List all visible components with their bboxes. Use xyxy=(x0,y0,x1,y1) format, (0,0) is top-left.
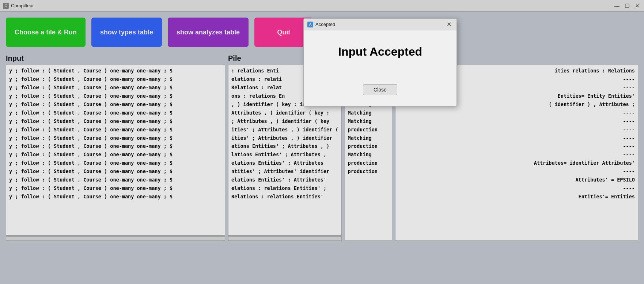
modal-close-action-button[interactable]: Close xyxy=(363,84,397,95)
modal-dialog: A Accepted ✕ Input Accepted Close xyxy=(303,18,457,106)
modal-body: Input Accepted xyxy=(304,30,457,84)
modal-header-title-group: A Accepted xyxy=(307,22,335,27)
modal-close-button[interactable]: ✕ xyxy=(445,21,453,28)
modal-footer: Close xyxy=(304,84,457,106)
modal-header: A Accepted ✕ xyxy=(304,19,457,30)
modal-overlay: A Accepted ✕ Input Accepted Close xyxy=(0,0,644,284)
modal-main-text: Input Accepted xyxy=(315,45,446,59)
modal-icon: A xyxy=(307,22,313,27)
modal-title: Accepted xyxy=(315,22,335,27)
